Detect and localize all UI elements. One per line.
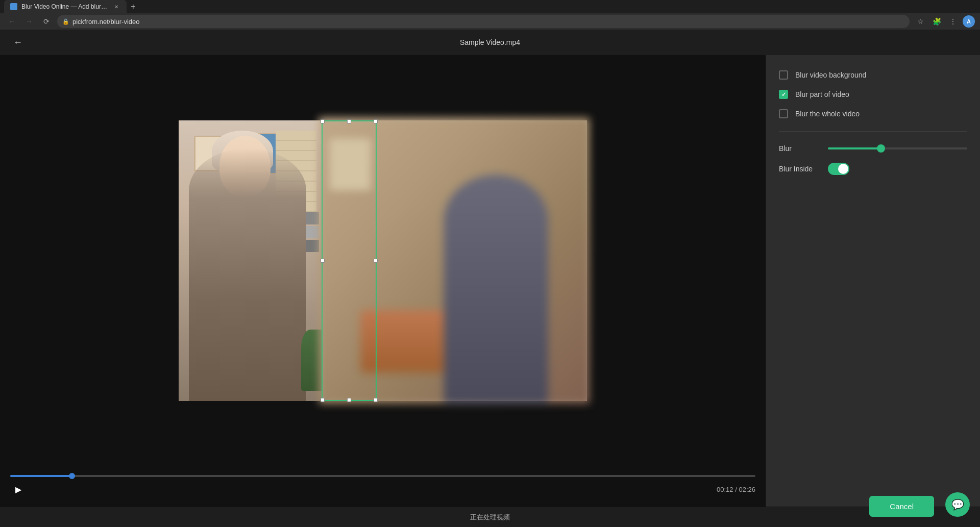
cancel-button[interactable]: Cancel xyxy=(869,496,934,517)
video-controls: ▶ 00:12 / 02:26 xyxy=(0,466,766,507)
back-nav-button[interactable]: ← xyxy=(5,15,18,28)
progress-bar[interactable] xyxy=(10,475,755,477)
main-content: ▶ 00:12 / 02:26 Blur video background xyxy=(0,55,980,507)
total-time: 02:26 xyxy=(739,486,755,493)
status-bar: 正在处理视频 xyxy=(0,507,980,527)
menu-icon[interactable]: ⋮ xyxy=(946,15,960,28)
browser-chrome: Blur Video Online — Add blur e... ✕ + ← … xyxy=(0,0,980,30)
video-frame xyxy=(179,120,587,401)
right-panel: Blur video background Blur part of video… xyxy=(766,55,980,507)
browser-tab-active[interactable]: Blur Video Online — Add blur e... ✕ xyxy=(4,0,127,13)
app-header: ← Sample Video.mp4 xyxy=(0,30,980,55)
blur-whole-option: Blur the whole video xyxy=(779,109,967,118)
blur-slider-thumb[interactable] xyxy=(877,144,885,153)
reload-button[interactable]: ⟳ xyxy=(40,15,53,28)
play-button[interactable]: ▶ xyxy=(10,481,27,497)
blur-background-option: Blur video background xyxy=(779,70,967,80)
chat-icon: 💬 xyxy=(951,498,964,511)
person-figure xyxy=(189,148,306,401)
blur-inside-row: Blur Inside xyxy=(779,163,967,175)
progress-dot xyxy=(69,473,75,479)
extensions-icon[interactable]: 🧩 xyxy=(930,15,943,28)
video-container xyxy=(0,55,766,466)
blur-background-checkbox[interactable] xyxy=(779,70,788,80)
app-container: ← Sample Video.mp4 xyxy=(0,30,980,527)
tab-favicon xyxy=(10,3,17,10)
tab-title: Blur Video Online — Add blur e... xyxy=(21,3,108,10)
new-tab-button[interactable]: + xyxy=(127,0,140,13)
time-display: 00:12 / 02:26 xyxy=(717,486,755,493)
blur-whole-checkbox[interactable] xyxy=(779,109,788,118)
blur-slider[interactable] xyxy=(828,147,967,149)
back-button[interactable]: ← xyxy=(10,35,26,50)
blur-part-checkbox[interactable] xyxy=(779,90,788,99)
blur-slider-label: Blur xyxy=(779,144,820,153)
blur-inside-label: Blur Inside xyxy=(779,165,820,173)
progress-bar-fill xyxy=(10,475,72,477)
toolbar-right: ☆ 🧩 ⋮ A xyxy=(914,15,975,28)
person-left-area xyxy=(179,120,322,401)
blur-background-label: Blur video background xyxy=(795,71,866,79)
blur-whole-label: Blur the whole video xyxy=(795,110,860,118)
blur-slider-fill xyxy=(828,147,881,149)
video-scene xyxy=(179,120,587,401)
blurred-video-area xyxy=(319,117,590,404)
forward-nav-button[interactable]: → xyxy=(22,15,36,28)
browser-tab-bar: Blur Video Online — Add blur e... ✕ + xyxy=(0,0,980,13)
chat-bubble-button[interactable]: 💬 xyxy=(945,492,970,517)
controls-row: ▶ 00:12 / 02:26 xyxy=(10,481,755,497)
blur-part-option: Blur part of video xyxy=(779,90,967,99)
current-time: 00:12 xyxy=(717,486,733,493)
page-title: Sample Video.mp4 xyxy=(460,38,520,46)
profile-avatar[interactable]: A xyxy=(963,15,975,28)
divider-1 xyxy=(779,131,967,132)
bookmark-icon[interactable]: ☆ xyxy=(914,15,927,28)
status-text: 正在处理视频 xyxy=(470,513,510,522)
blur-part-label: Blur part of video xyxy=(795,90,849,98)
address-bar[interactable]: 🔒 pickfrom.net/blur-video xyxy=(57,15,910,28)
video-area: ▶ 00:12 / 02:26 xyxy=(0,55,766,507)
blur-wall-decor xyxy=(329,138,371,190)
blur-inside-toggle[interactable] xyxy=(828,163,849,175)
address-url: pickfrom.net/blur-video xyxy=(72,18,904,26)
browser-toolbar: ← → ⟳ 🔒 pickfrom.net/blur-video ☆ 🧩 ⋮ A xyxy=(0,13,980,30)
blur-slider-row: Blur xyxy=(779,144,967,153)
blur-inside-knob xyxy=(838,164,848,174)
blur-person-figure xyxy=(444,174,548,404)
lock-icon: 🔒 xyxy=(62,18,69,25)
tab-close-button[interactable]: ✕ xyxy=(112,3,120,11)
